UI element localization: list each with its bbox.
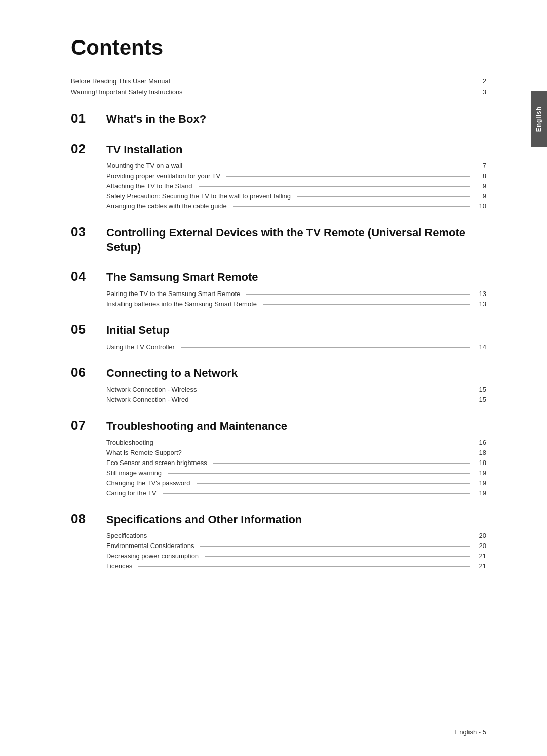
section-item: Providing proper ventilation for your TV… — [106, 172, 486, 180]
toc-item: Before Reading This User Manual 2 — [71, 77, 486, 85]
section-number: 04 — [71, 269, 106, 284]
section-item-page: 13 — [476, 290, 486, 298]
section-item-label: Arranging the cables with the cable guid… — [106, 202, 227, 210]
section-item-label: Mounting the TV on a wall — [106, 162, 182, 170]
section-item-page: 14 — [476, 343, 486, 351]
numbered-section: 04The Samsung Smart Remote Pairing the T… — [71, 269, 486, 308]
toc-item-page: 2 — [476, 77, 486, 85]
toc-item-dots — [189, 92, 470, 92]
section-number: 01 — [71, 111, 106, 127]
section-items: Mounting the TV on a wall 7 Providing pr… — [71, 162, 486, 210]
section-number: 08 — [71, 511, 106, 527]
section-number: 03 — [71, 224, 106, 240]
section-item-page: 21 — [476, 562, 486, 570]
section-item-dots — [246, 294, 470, 295]
section-item-label: Specifications — [106, 532, 147, 539]
section-header: 06Connecting to a Network — [71, 365, 486, 381]
section-title: TV Installation — [106, 143, 182, 157]
section-number: 02 — [71, 141, 106, 157]
numbered-section: 02TV Installation Mounting the TV on a w… — [71, 141, 486, 211]
numbered-section: 07Troubleshooting and Maintenance Troubl… — [71, 417, 486, 497]
numbered-section: 01What's in the Box? — [71, 111, 486, 127]
section-item-label: Pairing the TV to the Samsung Smart Remo… — [106, 290, 240, 298]
section-item: Environmental Considerations 20 — [106, 542, 486, 550]
section-header: 02TV Installation — [71, 141, 486, 157]
section-item-dots — [197, 483, 470, 484]
section-item-page: 19 — [476, 489, 486, 497]
section-item-dots — [188, 453, 470, 453]
section-item-label: Licences — [106, 562, 132, 570]
toc-wrapper: Before Reading This User Manual 2 Warnin… — [71, 77, 486, 570]
section-title: Initial Setup — [106, 323, 170, 338]
section-item-label: Eco Sensor and screen brightness — [106, 459, 207, 467]
sidebar-tab-label: English — [535, 106, 542, 132]
section-item-page: 16 — [476, 439, 486, 446]
numbered-section: 08Specifications and Other Information S… — [71, 511, 486, 570]
section-items: Pairing the TV to the Samsung Smart Remo… — [71, 290, 486, 308]
section-item: Mounting the TV on a wall 7 — [106, 162, 486, 170]
section-item: Decreasing power consumption 21 — [106, 552, 486, 560]
toc-item-label: Warning! Important Safety Instructions — [71, 88, 183, 96]
section-title: Connecting to a Network — [106, 366, 238, 381]
section-item-label: Changing the TV's password — [106, 479, 190, 487]
section-header: 01What's in the Box? — [71, 111, 486, 127]
section-item: Still image warning 19 — [106, 469, 486, 477]
section-item-page: 15 — [476, 396, 486, 403]
section-item-page: 10 — [476, 202, 486, 210]
sidebar-tab: English — [531, 91, 547, 147]
section-item-page: 18 — [476, 449, 486, 456]
section-item-dots — [200, 546, 470, 547]
section-item-page: 20 — [476, 542, 486, 550]
section-item-dots — [199, 186, 470, 187]
section-item-dots — [263, 304, 470, 305]
section-item-label: Providing proper ventilation for your TV — [106, 172, 220, 180]
toc-item: Warning! Important Safety Instructions 3 — [71, 88, 486, 96]
section-item-label: Safety Precaution: Securing the TV to th… — [106, 192, 291, 200]
toc-item-dots — [178, 81, 470, 81]
section-item-label: Environmental Considerations — [106, 542, 194, 550]
section-item-label: Using the TV Controller — [106, 343, 175, 351]
section-item: Eco Sensor and screen brightness 18 — [106, 459, 486, 467]
section-header: 04The Samsung Smart Remote — [71, 269, 486, 285]
section-header: 05Initial Setup — [71, 322, 486, 338]
section-items: Network Connection - Wireless 15 Network… — [71, 386, 486, 403]
section-item: Caring for the TV 19 — [106, 489, 486, 497]
section-items: Using the TV Controller 14 — [71, 343, 486, 351]
section-item-page: 21 — [476, 552, 486, 560]
section-item-page: 9 — [476, 192, 486, 200]
section-item-dots — [203, 390, 470, 390]
section-item-label: Network Connection - Wired — [106, 396, 189, 403]
section-item-dots — [205, 556, 470, 557]
section-item-dots — [181, 347, 470, 348]
section-item-label: Attaching the TV to the Stand — [106, 182, 192, 190]
section-item-page: 7 — [476, 162, 486, 170]
section-item: Network Connection - Wireless 15 — [106, 386, 486, 393]
section-item: Pairing the TV to the Samsung Smart Remo… — [106, 290, 486, 298]
section-item: Safety Precaution: Securing the TV to th… — [106, 192, 486, 200]
section-item-label: Installing batteries into the Samsung Sm… — [106, 300, 257, 308]
section-title: Troubleshooting and Maintenance — [106, 419, 287, 434]
section-item-label: What is Remote Support? — [106, 449, 182, 456]
page-footer: English - 5 — [455, 728, 486, 736]
section-item-dots — [233, 206, 470, 207]
section-item-page: 18 — [476, 459, 486, 467]
section-item-label: Decreasing power consumption — [106, 552, 199, 560]
section-item: Specifications 20 — [106, 532, 486, 539]
section-item-page: 20 — [476, 532, 486, 539]
section-item-page: 9 — [476, 182, 486, 190]
section-item: Installing batteries into the Samsung Sm… — [106, 300, 486, 308]
section-item-dots — [226, 176, 470, 177]
section-item-page: 8 — [476, 172, 486, 180]
section-items: Troubleshooting 16 What is Remote Suppor… — [71, 439, 486, 497]
section-item-dots — [168, 473, 470, 474]
pre-section: Before Reading This User Manual 2 Warnin… — [71, 77, 486, 96]
section-item-dots — [213, 463, 470, 464]
section-number: 05 — [71, 322, 106, 338]
section-item: Network Connection - Wired 15 — [106, 396, 486, 403]
section-header: 03Controlling External Devices with the … — [71, 224, 486, 255]
section-item-dots — [160, 443, 470, 443]
numbered-section: 05Initial Setup Using the TV Controller … — [71, 322, 486, 351]
section-number: 07 — [71, 417, 106, 433]
section-item-page: 19 — [476, 479, 486, 487]
section-number: 06 — [71, 365, 106, 381]
